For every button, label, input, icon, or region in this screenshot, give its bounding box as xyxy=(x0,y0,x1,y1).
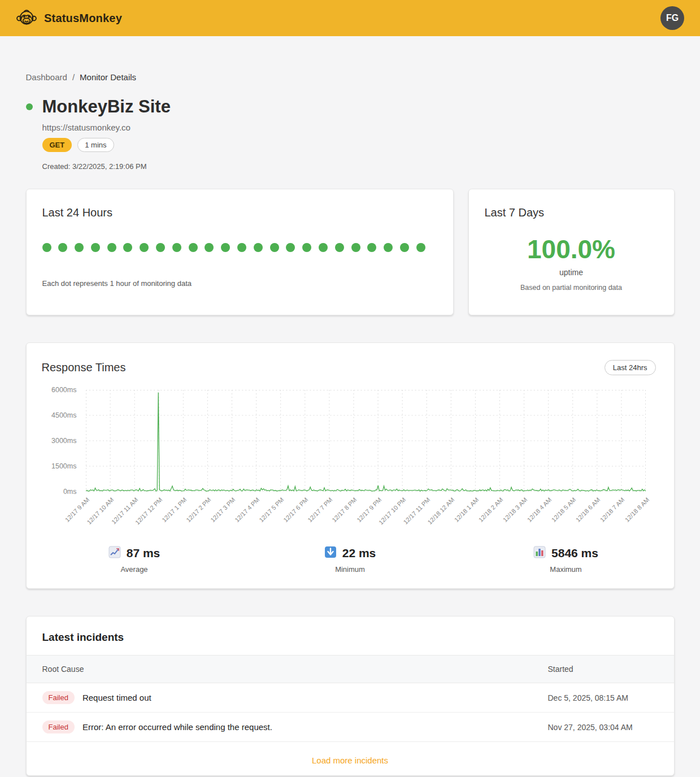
uptime-label: uptime xyxy=(485,268,658,277)
x-axis-tick: 12/17 7 PM xyxy=(307,496,334,523)
hour-dot xyxy=(221,243,230,252)
hour-dot xyxy=(140,243,149,252)
http-method-badge: GET xyxy=(42,138,72,152)
monkey-logo-icon xyxy=(16,7,37,29)
hour-dot xyxy=(400,243,409,252)
hour-dot xyxy=(384,243,393,252)
check-interval-badge: 1 mins xyxy=(77,138,114,152)
x-axis-tick: 12/17 5 PM xyxy=(258,496,285,523)
incident-row[interactable]: FailedRequest timed outDec 5, 2025, 08:1… xyxy=(27,683,674,713)
x-axis-tick: 12/18 7 AM xyxy=(599,496,626,523)
x-axis-tick: 12/17 4 PM xyxy=(233,496,260,523)
breadcrumb-dashboard-link[interactable]: Dashboard xyxy=(26,72,67,82)
x-axis-tick: 12/17 8 PM xyxy=(331,496,358,523)
hour-dot xyxy=(237,243,246,252)
hour-dot xyxy=(351,243,360,252)
hour-dot xyxy=(156,243,165,252)
down-arrow-icon xyxy=(324,546,337,561)
average-label: Average xyxy=(27,565,242,574)
x-axis-tick: 12/17 1 PM xyxy=(160,496,188,523)
hour-dot xyxy=(367,243,376,252)
chart-y-axis: 6000ms4500ms3000ms1500ms0ms xyxy=(42,390,81,492)
hour-dot xyxy=(172,243,181,252)
hour-dot xyxy=(107,243,116,252)
x-axis-tick: 12/18 4 AM xyxy=(526,496,553,523)
y-axis-tick: 3000ms xyxy=(51,437,76,445)
hourly-status-dots xyxy=(42,243,437,252)
line-chart-icon xyxy=(108,546,121,561)
chart-plot-area xyxy=(86,390,646,492)
bar-chart-icon xyxy=(533,546,546,561)
status-badge: Failed xyxy=(42,691,75,704)
user-avatar[interactable]: FG xyxy=(660,6,684,30)
status-badge: Failed xyxy=(42,720,75,733)
minimum-label: Minimum xyxy=(242,565,458,574)
hour-dot xyxy=(75,243,84,252)
incident-started: Nov 27, 2025, 03:04 AM xyxy=(548,723,658,732)
x-axis-tick: 12/18 5 AM xyxy=(550,496,577,523)
hour-dot xyxy=(205,243,214,252)
y-axis-tick: 0ms xyxy=(63,488,77,496)
hour-dot xyxy=(286,243,295,252)
hour-dot xyxy=(189,243,198,252)
incident-started: Dec 5, 2025, 08:15 AM xyxy=(548,693,658,702)
incident-row[interactable]: FailedError: An error occurred while sen… xyxy=(27,713,674,742)
last-7-days-card: Last 7 Days 100.0% uptime Based on parti… xyxy=(468,189,675,315)
x-axis-tick: 12/17 6 PM xyxy=(282,496,309,523)
x-axis-tick: 12/17 3 PM xyxy=(209,496,236,523)
incidents-title: Latest incidents xyxy=(27,631,674,644)
average-value: 87 ms xyxy=(127,546,160,560)
load-more-incidents-link[interactable]: Load more incidents xyxy=(27,742,674,775)
x-axis-tick: 12/18 2 AM xyxy=(477,496,505,523)
response-times-title: Response Times xyxy=(42,361,126,374)
x-axis-tick: 12/17 2 PM xyxy=(185,496,212,523)
uptime-percentage: 100.0% xyxy=(485,234,658,264)
hour-dot xyxy=(254,243,263,252)
incident-cause: Error: An error occurred while sending t… xyxy=(82,722,272,732)
x-axis-tick: 12/18 6 AM xyxy=(575,496,602,523)
y-axis-tick: 1500ms xyxy=(51,462,76,470)
hour-dot xyxy=(123,243,132,252)
hour-dot xyxy=(91,243,100,252)
response-time-chart: 6000ms4500ms3000ms1500ms0ms 12/17 9 AM12… xyxy=(42,390,646,527)
x-axis-tick: 12/18 8 AM xyxy=(623,496,650,523)
time-range-button[interactable]: Last 24hrs xyxy=(605,360,656,375)
y-axis-tick: 4500ms xyxy=(51,411,76,419)
stat-maximum: 5846 ms Maximum xyxy=(458,546,674,574)
uptime-note: Based on partial monitoring data xyxy=(485,284,658,292)
monitor-url: https://statusmonkey.co xyxy=(42,123,675,132)
hour-dot xyxy=(319,243,328,252)
hour-dot xyxy=(42,243,51,252)
hour-dot xyxy=(335,243,344,252)
column-started: Started xyxy=(548,665,658,674)
stat-average: 87 ms Average xyxy=(27,546,242,574)
breadcrumb: Dashboard / Monitor Details xyxy=(26,72,675,82)
hour-dot xyxy=(58,243,67,252)
hour-dot xyxy=(270,243,279,252)
minimum-value: 22 ms xyxy=(342,546,376,560)
last-24-hours-title: Last 24 Hours xyxy=(42,206,437,219)
chart-x-axis: 12/17 9 AM12/17 10 AM12/17 11 AM12/17 12… xyxy=(86,492,646,527)
incident-cause: Request timed out xyxy=(82,693,151,702)
stat-minimum: 22 ms Minimum xyxy=(242,546,458,574)
hour-dot xyxy=(416,243,425,252)
page-title: MonkeyBiz Site xyxy=(42,97,171,117)
x-axis-tick: 12/18 1 AM xyxy=(453,496,480,523)
app-logo: StatusMonkey xyxy=(16,7,122,29)
top-app-bar: StatusMonkey FG xyxy=(0,0,700,36)
incidents-table-header: Root Cause Started xyxy=(27,655,674,683)
y-axis-tick: 6000ms xyxy=(51,386,76,394)
breadcrumb-current: Monitor Details xyxy=(80,72,136,82)
maximum-label: Maximum xyxy=(458,565,674,574)
latest-incidents-card: Latest incidents Root Cause Started Fail… xyxy=(26,616,675,776)
maximum-value: 5846 ms xyxy=(551,546,598,560)
response-times-card: Response Times Last 24hrs 6000ms4500ms30… xyxy=(26,342,675,589)
app-title: StatusMonkey xyxy=(44,12,122,25)
last-24-hours-card: Last 24 Hours Each dot represents 1 hour… xyxy=(26,189,454,315)
column-root-cause: Root Cause xyxy=(42,665,548,674)
monitor-status-dot xyxy=(26,103,33,110)
hour-dot xyxy=(302,243,311,252)
dots-caption: Each dot represents 1 hour of monitoring… xyxy=(42,279,437,288)
x-axis-tick: 12/18 3 AM xyxy=(502,496,529,523)
created-timestamp: Created: 3/22/2025, 2:19:06 PM xyxy=(42,162,675,171)
